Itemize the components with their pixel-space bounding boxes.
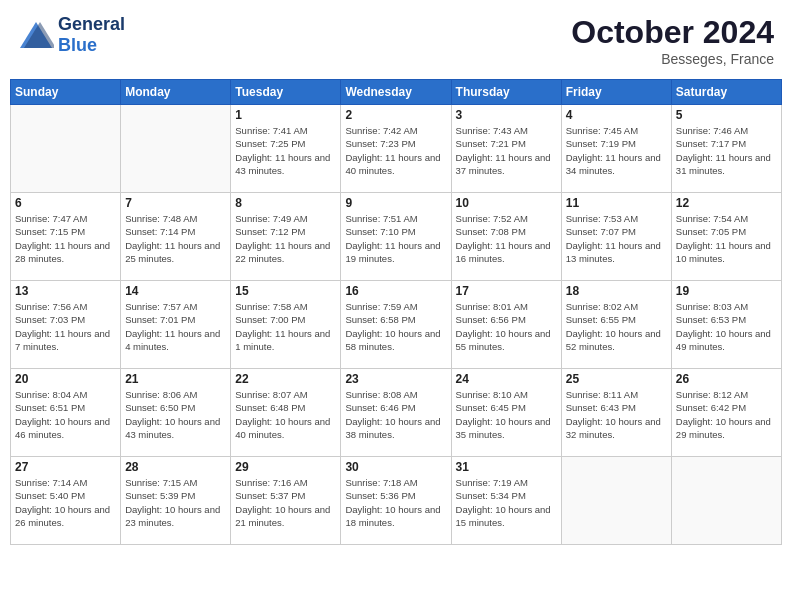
day-info: Sunrise: 7:19 AMSunset: 5:34 PMDaylight:… bbox=[456, 476, 557, 529]
day-number: 24 bbox=[456, 372, 557, 386]
calendar-day-cell: 31Sunrise: 7:19 AMSunset: 5:34 PMDayligh… bbox=[451, 457, 561, 545]
calendar-day-cell: 15Sunrise: 7:58 AMSunset: 7:00 PMDayligh… bbox=[231, 281, 341, 369]
calendar-week-row: 1Sunrise: 7:41 AMSunset: 7:25 PMDaylight… bbox=[11, 105, 782, 193]
day-number: 14 bbox=[125, 284, 226, 298]
day-number: 11 bbox=[566, 196, 667, 210]
calendar-day-cell: 12Sunrise: 7:54 AMSunset: 7:05 PMDayligh… bbox=[671, 193, 781, 281]
day-number: 1 bbox=[235, 108, 336, 122]
weekday-header-wednesday: Wednesday bbox=[341, 80, 451, 105]
day-info: Sunrise: 7:43 AMSunset: 7:21 PMDaylight:… bbox=[456, 124, 557, 177]
calendar-day-cell: 17Sunrise: 8:01 AMSunset: 6:56 PMDayligh… bbox=[451, 281, 561, 369]
day-info: Sunrise: 7:57 AMSunset: 7:01 PMDaylight:… bbox=[125, 300, 226, 353]
day-info: Sunrise: 8:12 AMSunset: 6:42 PMDaylight:… bbox=[676, 388, 777, 441]
day-info: Sunrise: 7:53 AMSunset: 7:07 PMDaylight:… bbox=[566, 212, 667, 265]
calendar-table: SundayMondayTuesdayWednesdayThursdayFrid… bbox=[10, 79, 782, 545]
calendar-day-cell: 20Sunrise: 8:04 AMSunset: 6:51 PMDayligh… bbox=[11, 369, 121, 457]
day-info: Sunrise: 7:16 AMSunset: 5:37 PMDaylight:… bbox=[235, 476, 336, 529]
day-info: Sunrise: 7:59 AMSunset: 6:58 PMDaylight:… bbox=[345, 300, 446, 353]
day-number: 17 bbox=[456, 284, 557, 298]
day-number: 23 bbox=[345, 372, 446, 386]
day-info: Sunrise: 7:51 AMSunset: 7:10 PMDaylight:… bbox=[345, 212, 446, 265]
day-info: Sunrise: 7:49 AMSunset: 7:12 PMDaylight:… bbox=[235, 212, 336, 265]
calendar-day-cell: 2Sunrise: 7:42 AMSunset: 7:23 PMDaylight… bbox=[341, 105, 451, 193]
calendar-day-cell: 13Sunrise: 7:56 AMSunset: 7:03 PMDayligh… bbox=[11, 281, 121, 369]
calendar-day-cell: 28Sunrise: 7:15 AMSunset: 5:39 PMDayligh… bbox=[121, 457, 231, 545]
day-info: Sunrise: 7:58 AMSunset: 7:00 PMDaylight:… bbox=[235, 300, 336, 353]
calendar-day-cell: 14Sunrise: 7:57 AMSunset: 7:01 PMDayligh… bbox=[121, 281, 231, 369]
weekday-header-sunday: Sunday bbox=[11, 80, 121, 105]
day-number: 10 bbox=[456, 196, 557, 210]
day-number: 21 bbox=[125, 372, 226, 386]
calendar-week-row: 20Sunrise: 8:04 AMSunset: 6:51 PMDayligh… bbox=[11, 369, 782, 457]
day-number: 13 bbox=[15, 284, 116, 298]
day-number: 26 bbox=[676, 372, 777, 386]
day-info: Sunrise: 7:54 AMSunset: 7:05 PMDaylight:… bbox=[676, 212, 777, 265]
day-info: Sunrise: 7:45 AMSunset: 7:19 PMDaylight:… bbox=[566, 124, 667, 177]
weekday-header-saturday: Saturday bbox=[671, 80, 781, 105]
day-info: Sunrise: 7:48 AMSunset: 7:14 PMDaylight:… bbox=[125, 212, 226, 265]
day-info: Sunrise: 7:42 AMSunset: 7:23 PMDaylight:… bbox=[345, 124, 446, 177]
day-number: 9 bbox=[345, 196, 446, 210]
day-info: Sunrise: 7:15 AMSunset: 5:39 PMDaylight:… bbox=[125, 476, 226, 529]
calendar-day-cell bbox=[11, 105, 121, 193]
calendar-day-cell: 18Sunrise: 8:02 AMSunset: 6:55 PMDayligh… bbox=[561, 281, 671, 369]
calendar-day-cell: 6Sunrise: 7:47 AMSunset: 7:15 PMDaylight… bbox=[11, 193, 121, 281]
logo-general-text: General bbox=[58, 14, 125, 34]
day-number: 3 bbox=[456, 108, 557, 122]
calendar-day-cell: 22Sunrise: 8:07 AMSunset: 6:48 PMDayligh… bbox=[231, 369, 341, 457]
day-number: 2 bbox=[345, 108, 446, 122]
day-number: 29 bbox=[235, 460, 336, 474]
page-header: General Blue October 2024 Besseges, Fran… bbox=[10, 10, 782, 71]
day-number: 16 bbox=[345, 284, 446, 298]
calendar-day-cell: 25Sunrise: 8:11 AMSunset: 6:43 PMDayligh… bbox=[561, 369, 671, 457]
day-info: Sunrise: 8:02 AMSunset: 6:55 PMDaylight:… bbox=[566, 300, 667, 353]
day-number: 18 bbox=[566, 284, 667, 298]
calendar-day-cell: 26Sunrise: 8:12 AMSunset: 6:42 PMDayligh… bbox=[671, 369, 781, 457]
calendar-day-cell: 4Sunrise: 7:45 AMSunset: 7:19 PMDaylight… bbox=[561, 105, 671, 193]
day-info: Sunrise: 7:46 AMSunset: 7:17 PMDaylight:… bbox=[676, 124, 777, 177]
logo-icon bbox=[18, 20, 54, 50]
weekday-header-tuesday: Tuesday bbox=[231, 80, 341, 105]
day-number: 15 bbox=[235, 284, 336, 298]
day-info: Sunrise: 8:04 AMSunset: 6:51 PMDaylight:… bbox=[15, 388, 116, 441]
calendar-day-cell: 29Sunrise: 7:16 AMSunset: 5:37 PMDayligh… bbox=[231, 457, 341, 545]
weekday-header-monday: Monday bbox=[121, 80, 231, 105]
day-number: 6 bbox=[15, 196, 116, 210]
day-number: 5 bbox=[676, 108, 777, 122]
calendar-day-cell: 21Sunrise: 8:06 AMSunset: 6:50 PMDayligh… bbox=[121, 369, 231, 457]
calendar-day-cell: 8Sunrise: 7:49 AMSunset: 7:12 PMDaylight… bbox=[231, 193, 341, 281]
calendar-day-cell: 24Sunrise: 8:10 AMSunset: 6:45 PMDayligh… bbox=[451, 369, 561, 457]
day-number: 20 bbox=[15, 372, 116, 386]
month-year-title: October 2024 bbox=[571, 14, 774, 51]
weekday-header-thursday: Thursday bbox=[451, 80, 561, 105]
day-number: 22 bbox=[235, 372, 336, 386]
day-number: 31 bbox=[456, 460, 557, 474]
calendar-day-cell: 16Sunrise: 7:59 AMSunset: 6:58 PMDayligh… bbox=[341, 281, 451, 369]
calendar-day-cell bbox=[121, 105, 231, 193]
day-number: 19 bbox=[676, 284, 777, 298]
day-info: Sunrise: 8:08 AMSunset: 6:46 PMDaylight:… bbox=[345, 388, 446, 441]
day-number: 28 bbox=[125, 460, 226, 474]
day-number: 4 bbox=[566, 108, 667, 122]
calendar-day-cell: 1Sunrise: 7:41 AMSunset: 7:25 PMDaylight… bbox=[231, 105, 341, 193]
day-number: 25 bbox=[566, 372, 667, 386]
calendar-day-cell: 19Sunrise: 8:03 AMSunset: 6:53 PMDayligh… bbox=[671, 281, 781, 369]
location-subtitle: Besseges, France bbox=[571, 51, 774, 67]
day-number: 27 bbox=[15, 460, 116, 474]
calendar-day-cell: 9Sunrise: 7:51 AMSunset: 7:10 PMDaylight… bbox=[341, 193, 451, 281]
calendar-day-cell: 5Sunrise: 7:46 AMSunset: 7:17 PMDaylight… bbox=[671, 105, 781, 193]
day-info: Sunrise: 8:01 AMSunset: 6:56 PMDaylight:… bbox=[456, 300, 557, 353]
calendar-week-row: 6Sunrise: 7:47 AMSunset: 7:15 PMDaylight… bbox=[11, 193, 782, 281]
calendar-day-cell: 27Sunrise: 7:14 AMSunset: 5:40 PMDayligh… bbox=[11, 457, 121, 545]
calendar-day-cell: 7Sunrise: 7:48 AMSunset: 7:14 PMDaylight… bbox=[121, 193, 231, 281]
calendar-day-cell: 23Sunrise: 8:08 AMSunset: 6:46 PMDayligh… bbox=[341, 369, 451, 457]
day-info: Sunrise: 7:56 AMSunset: 7:03 PMDaylight:… bbox=[15, 300, 116, 353]
logo-blue-text: Blue bbox=[58, 35, 97, 55]
day-info: Sunrise: 7:14 AMSunset: 5:40 PMDaylight:… bbox=[15, 476, 116, 529]
day-number: 7 bbox=[125, 196, 226, 210]
calendar-day-cell bbox=[561, 457, 671, 545]
calendar-day-cell: 10Sunrise: 7:52 AMSunset: 7:08 PMDayligh… bbox=[451, 193, 561, 281]
day-number: 8 bbox=[235, 196, 336, 210]
calendar-day-cell: 30Sunrise: 7:18 AMSunset: 5:36 PMDayligh… bbox=[341, 457, 451, 545]
day-info: Sunrise: 7:52 AMSunset: 7:08 PMDaylight:… bbox=[456, 212, 557, 265]
